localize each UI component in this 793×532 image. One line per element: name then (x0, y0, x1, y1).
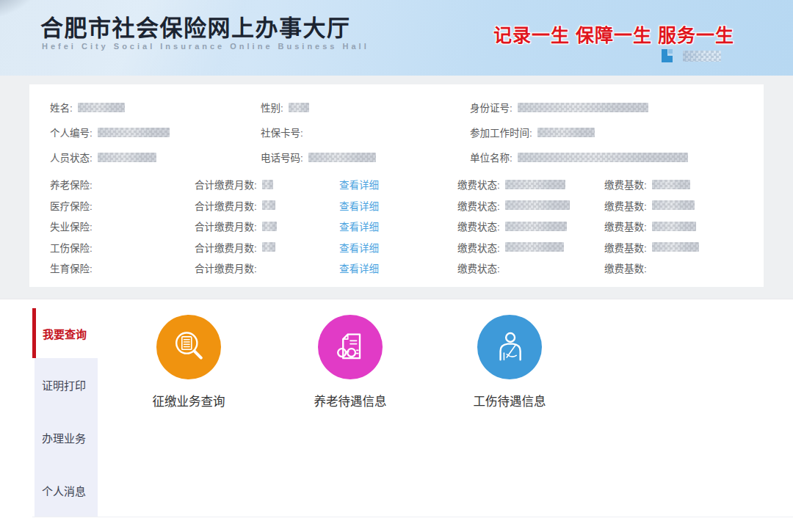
insurance-name: 养老保险: (50, 174, 195, 195)
sidebar-item-handle-business[interactable]: 办理业务 (35, 411, 98, 464)
insurance-name: 失业保险: (50, 216, 195, 237)
field-personnel-status: 人员状态: (50, 145, 261, 170)
view-detail-link[interactable]: 查看详细 (339, 260, 379, 275)
field-work-start-time: 参加工作时间: (470, 120, 764, 145)
service-card-pension-benefit[interactable]: 养老待遇信息 (292, 315, 409, 409)
view-detail-link[interactable]: 查看详细 (339, 198, 379, 213)
view-detail-link[interactable]: 查看详细 (339, 240, 379, 255)
sidebar-tab-group: 证明打印 办理业务 个人消息 (35, 358, 98, 517)
redacted-value (518, 153, 688, 162)
service-circle (477, 315, 542, 379)
slogan-banner: 记录一生 保障一生 服务一生 (493, 21, 734, 47)
redacted-value (505, 222, 567, 231)
insurance-status: 缴费状态: (457, 237, 604, 258)
workspace: 我要查询 证明打印 办理业务 个人消息 (0, 299, 793, 532)
page-header: 合肥市社会保险网上办事大厅 Hefei City Social Insuranc… (0, 0, 793, 76)
service-circle (318, 315, 383, 379)
insurance-months: 合计缴费月数: (195, 216, 339, 237)
field-name: 姓名: (50, 95, 261, 120)
personal-info-panel: 姓名: 性别: 身份证号: 个人编号: 社保卡号: 参加工作时间: 人员状态: … (29, 84, 764, 287)
field-personal-number: 个人编号: (50, 120, 261, 145)
view-detail-link[interactable]: 查看详细 (339, 177, 379, 192)
insurance-status: 缴费状态: (457, 195, 604, 216)
redacted-value (518, 103, 648, 112)
service-label: 养老待遇信息 (292, 392, 409, 409)
insurance-months: 合计缴费月数: (195, 174, 339, 195)
field-company-name: 单位名称: (470, 145, 764, 170)
insurance-name: 生育保险: (50, 258, 195, 279)
service-label: 征缴业务查询 (130, 392, 247, 409)
redacted-value (262, 200, 275, 210)
site-subtitle-english: Hefei City Social Insurance Online Busin… (42, 42, 369, 51)
redacted-value (98, 128, 170, 137)
service-card-collection-query[interactable]: 征缴业务查询 (130, 315, 247, 409)
insurance-grid: 养老保险: 合计缴费月数: 查看详细 缴费状态: 缴费基数: 医疗保险: 合计缴… (50, 174, 764, 279)
service-circle (156, 315, 221, 379)
redacted-value (262, 242, 275, 252)
sidebar-item-personal-messages[interactable]: 个人消息 (35, 464, 98, 517)
redacted-value (505, 180, 565, 189)
redacted-value (652, 200, 695, 210)
redacted-value (262, 180, 273, 189)
redacted-value (505, 242, 564, 252)
redacted-value (652, 180, 690, 189)
redacted-value (652, 222, 696, 231)
insurance-months: 合计缴费月数: (195, 195, 339, 216)
redacted-value (505, 200, 570, 210)
sidebar-item-query[interactable]: 我要查询 (32, 308, 98, 358)
redacted-value (78, 103, 125, 112)
header-user-area[interactable] (660, 48, 721, 63)
redacted-value (262, 222, 277, 231)
service-label: 工伤待遇信息 (451, 392, 568, 409)
field-social-card-number: 社保卡号: (261, 120, 470, 145)
insurance-name: 医疗保险: (50, 195, 195, 216)
field-gender: 性别: (261, 95, 470, 120)
insurance-base: 缴费基数: (604, 258, 764, 279)
redacted-value (289, 103, 309, 112)
injured-person-icon (490, 328, 529, 366)
insurance-months: 合计缴费月数: (195, 258, 339, 279)
field-id-number: 身份证号: (470, 95, 764, 120)
view-detail-link[interactable]: 查看详细 (339, 219, 379, 233)
redacted-username (683, 51, 721, 62)
sidebar-item-certificate-print[interactable]: 证明打印 (35, 358, 98, 411)
service-card-injury-benefit[interactable]: 工伤待遇信息 (451, 315, 568, 409)
sidebar: 我要查询 证明打印 办理业务 个人消息 (32, 308, 98, 517)
profile-grid: 姓名: 性别: 身份证号: 个人编号: 社保卡号: 参加工作时间: 人员状态: … (50, 95, 764, 170)
insurance-name: 工伤保险: (50, 237, 195, 258)
insurance-base: 缴费基数: (604, 237, 764, 258)
site-title: 合肥市社会保险网上办事大厅 (40, 10, 351, 43)
redacted-value (537, 128, 595, 137)
redacted-value (308, 153, 376, 162)
redacted-value (98, 153, 156, 162)
insurance-base: 缴费基数: (604, 216, 764, 237)
insurance-base: 缴费基数: (604, 195, 764, 216)
redacted-value (652, 242, 699, 252)
insurance-status: 缴费状态: (457, 174, 604, 195)
insurance-months: 合计缴费月数: (195, 237, 339, 258)
org-logo-icon (660, 48, 674, 63)
insurance-base: 缴费基数: (604, 174, 764, 195)
document-glasses-icon (331, 328, 369, 366)
search-document-icon (170, 328, 208, 366)
field-phone-number: 电话号码: (261, 145, 470, 170)
insurance-status: 缴费状态: (457, 216, 604, 237)
insurance-status: 缴费状态: (457, 258, 604, 279)
